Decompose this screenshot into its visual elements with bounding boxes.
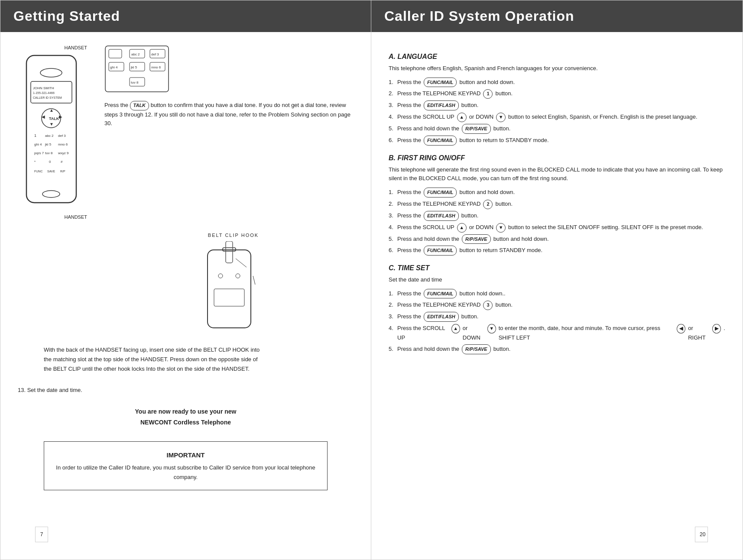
- first-ring-section: B. FIRST RING ON/OFF This telephone will…: [389, 154, 725, 256]
- list-item: 1. Press the FUNC/MAIL button and hold d…: [389, 78, 725, 87]
- list-item: 5. Press and hold down the R/P/SAVE butt…: [389, 234, 725, 244]
- svg-point-27: [42, 191, 60, 197]
- first-ring-intro: This telephone will generate the first r…: [389, 165, 725, 184]
- svg-text:▶: ▶: [59, 114, 62, 119]
- keypad-2-btn: 2: [483, 200, 493, 209]
- list-item: 5. Press and hold down the R/P/SAVE butt…: [389, 124, 725, 134]
- edit-flash-btn: EDIT/FLASH: [424, 100, 459, 110]
- svg-text:abc 2: abc 2: [131, 52, 140, 56]
- list-item: 5. Press and hold down the R/P/SAVE butt…: [389, 344, 725, 354]
- time-set-steps: 1. Press the FUNC/MAIL button hold down.…: [389, 289, 725, 354]
- important-text: In order to utilize the Caller ID featur…: [53, 463, 318, 482]
- edit-flash-btn3: EDIT/FLASH: [424, 312, 459, 322]
- time-set-title: C. TIME SET: [389, 264, 725, 272]
- language-steps: 1. Press the FUNC/MAIL button and hold d…: [389, 78, 725, 146]
- svg-text:FUNC: FUNC: [34, 170, 42, 173]
- rp-save-btn3: R/P/SAVE: [462, 344, 491, 354]
- svg-text:pqrs 7: pqrs 7: [34, 151, 44, 155]
- dial-tone-text: Press the TALK button to confirm that yo…: [104, 101, 354, 128]
- handset-diagram: HANDSET JOHN SMITH 1-155-321-4466 CALLER…: [18, 45, 87, 220]
- svg-text:def 3: def 3: [58, 134, 66, 138]
- func-mail-btn: FUNC/MAIL: [424, 78, 457, 87]
- right-of-handset: abc 2 def 3 ghi 4 jkl 5 mno 6: [104, 45, 354, 128]
- important-title: IMPORTANT: [53, 450, 318, 461]
- svg-text:tuv 8: tuv 8: [45, 151, 53, 155]
- list-item: 1. Press the FUNC/MAIL button hold down.…: [389, 289, 725, 299]
- list-item: 6. Press the FUNC/MAIL button to return …: [389, 136, 725, 146]
- time-set-intro: Set the date and time: [389, 275, 725, 285]
- list-item: 1. Press the FUNC/MAIL button and hold d…: [389, 188, 725, 197]
- keypad-3-btn: 3: [483, 301, 493, 310]
- svg-text:def 3: def 3: [151, 52, 159, 56]
- important-box: IMPORTANT In order to utilize the Caller…: [44, 441, 328, 491]
- svg-text:JOHN SMITH: JOHN SMITH: [33, 86, 54, 90]
- insert-instruction: With the back of the HANDSET facing up, …: [44, 346, 260, 372]
- list-item: 4. Press the SCROLL UP or DOWN button to…: [389, 112, 725, 122]
- shift-right-btn: [712, 324, 721, 333]
- scroll-down-btn2: [496, 223, 506, 233]
- list-item: 3. Press the EDIT/FLASH button.: [389, 100, 725, 110]
- svg-text:#: #: [61, 160, 63, 164]
- step-13-text: 13. Set the date and time.: [18, 387, 82, 393]
- svg-text:ghi 4: ghi 4: [34, 142, 42, 146]
- svg-text:▼: ▼: [49, 122, 54, 126]
- list-item: 6. Press the FUNC/MAIL button to return …: [389, 246, 725, 256]
- left-title: Getting Started: [13, 8, 120, 24]
- ready-line2: NEWCONT Cordless Telephone: [18, 417, 354, 428]
- scroll-up-btn3: [451, 324, 460, 333]
- dial-tone-instruction: Press the: [104, 102, 130, 108]
- svg-point-1: [40, 68, 62, 77]
- time-set-section: C. TIME SET Set the date and time 1. Pre…: [389, 264, 725, 354]
- svg-rect-0: [26, 55, 76, 203]
- first-ring-steps: 1. Press the FUNC/MAIL button and hold d…: [389, 188, 725, 256]
- svg-text:1-155-321-4466: 1-155-321-4466: [33, 91, 55, 94]
- func-mail-btn4: FUNC/MAIL: [424, 246, 457, 256]
- svg-line-46: [253, 276, 255, 285]
- list-item: 4. Press the SCROLL UP or DOWN button to…: [389, 223, 725, 233]
- svg-text:CALLER ID SYSTEM: CALLER ID SYSTEM: [33, 96, 62, 99]
- rp-save-btn: R/P/SAVE: [462, 124, 491, 134]
- scroll-down-btn3: [487, 324, 496, 333]
- ready-box: You are now ready to use your new NEWCON…: [18, 406, 354, 428]
- scroll-up-btn: [457, 113, 467, 122]
- left-bottom-row: 7: [0, 527, 371, 542]
- right-panel: Caller ID System Operation A. LANGUAGE T…: [371, 0, 743, 560]
- first-ring-title-text: B. FIRST RING ON/OFF: [389, 154, 465, 162]
- svg-text:0: 0: [49, 160, 51, 164]
- svg-rect-29: [109, 49, 122, 58]
- svg-text:SAVE: SAVE: [47, 170, 55, 173]
- keypad-1-btn: 1: [483, 89, 493, 99]
- belt-clip-diagram: [113, 241, 354, 337]
- insert-text: With the back of the HANDSET facing up, …: [44, 345, 260, 374]
- keypad-svg: abc 2 def 3 ghi 4 jkl 5 mno 6: [104, 45, 169, 93]
- svg-text:◀: ◀: [42, 114, 45, 119]
- left-panel: Getting Started HANDSET JOHN S: [0, 0, 371, 560]
- svg-text:wxyz 9: wxyz 9: [58, 151, 69, 155]
- handset-section: HANDSET JOHN SMITH 1-155-321-4466 CALLER…: [18, 45, 354, 220]
- shift-left-btn: [677, 324, 685, 333]
- svg-text:jkl 5: jkl 5: [45, 142, 52, 146]
- handset-svg: JOHN SMITH 1-155-321-4466 CALLER ID SYST…: [18, 51, 85, 211]
- ready-line1: You are now ready to use your new: [18, 406, 354, 417]
- belt-clip-section: BELT CLIP HOOK: [113, 233, 354, 337]
- svg-text:ghi 4: ghi 4: [110, 65, 118, 69]
- time-set-title-text: C. TIME SET: [389, 264, 429, 272]
- right-bottom-row: 20: [371, 527, 743, 542]
- func-mail-btn2: FUNC/MAIL: [424, 136, 457, 146]
- svg-text:tuv 8: tuv 8: [131, 81, 139, 84]
- list-item: 2. Press the TELEPHONE KEYPAD 2 button.: [389, 199, 725, 209]
- right-content: A. LANGUAGE This telephone offers Englis…: [371, 32, 743, 527]
- func-mail-btn3: FUNC/MAIL: [424, 188, 457, 197]
- list-item: 3. Press the EDIT/FLASH button.: [389, 211, 725, 221]
- scroll-down-btn: [496, 113, 506, 122]
- svg-text:TALK: TALK: [49, 117, 59, 121]
- svg-text:jkl 5: jkl 5: [130, 65, 137, 69]
- svg-text:▲: ▲: [49, 108, 54, 113]
- list-item: 3. Press the EDIT/FLASH button.: [389, 312, 725, 322]
- scroll-up-btn2: [457, 223, 467, 233]
- edit-flash-btn2: EDIT/FLASH: [424, 211, 459, 221]
- language-section: A. LANGUAGE This telephone offers Englis…: [389, 53, 725, 146]
- belt-clip-label: BELT CLIP HOOK: [113, 233, 354, 238]
- rp-save-btn2: R/P/SAVE: [462, 234, 491, 244]
- right-page-number: 20: [695, 527, 708, 542]
